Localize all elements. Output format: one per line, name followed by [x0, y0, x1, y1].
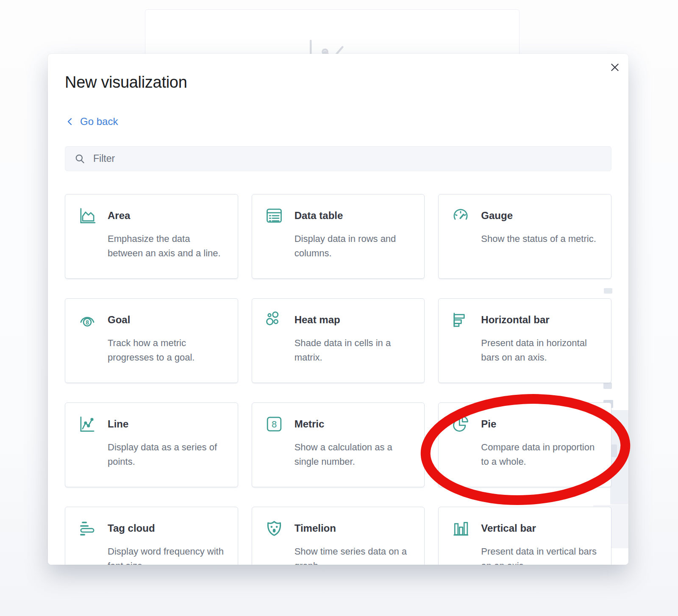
- goal-icon: [78, 311, 97, 329]
- viz-card-description: Shade data in cells in a matrix.: [295, 336, 414, 365]
- viz-card-description: Present data in vertical bars on an axis…: [481, 544, 601, 565]
- viz-card-description: Display data in rows and columns.: [295, 232, 414, 261]
- viz-card-description: Present data in horizontal bars on an ax…: [481, 336, 601, 365]
- filter-input[interactable]: [92, 153, 602, 165]
- tag-cloud-icon: [78, 519, 97, 538]
- metric-icon: [265, 415, 283, 433]
- viz-card-line[interactable]: Line Display data as a series of points.: [65, 402, 238, 487]
- viz-card-title: Pie: [481, 418, 496, 430]
- viz-card-description: Show a calculation as a single number.: [295, 440, 414, 469]
- viz-card-area[interactable]: Area Emphasize the data between an axis …: [65, 194, 238, 279]
- viz-card-goal[interactable]: Goal Track how a metric progresses to a …: [65, 298, 238, 383]
- viz-card-title: Timelion: [295, 522, 336, 534]
- go-back-link[interactable]: Go back: [65, 116, 118, 128]
- viz-card-metric[interactable]: Metric Show a calculation as a single nu…: [252, 402, 425, 487]
- viz-card-title: Tag cloud: [108, 522, 155, 534]
- chevron-left-icon: [65, 117, 75, 127]
- viz-card-tag-cloud[interactable]: Tag cloud Display word frequency with fo…: [65, 507, 238, 565]
- viz-card-title: Horizontal bar: [481, 314, 549, 326]
- viz-card-pie[interactable]: Pie Compare data in proportion to a whol…: [438, 402, 611, 487]
- go-back-label: Go back: [80, 116, 118, 128]
- viz-card-title: Heat map: [295, 314, 340, 326]
- viz-card-description: Display data as a series of points.: [108, 440, 228, 469]
- data-table-icon: [265, 206, 283, 225]
- viz-card-title: Metric: [295, 418, 325, 430]
- viz-card-description: Show the status of a metric.: [481, 232, 601, 246]
- viz-card-title: Data table: [295, 210, 343, 222]
- pie-chart-icon: [451, 415, 470, 433]
- viz-card-heat-map[interactable]: Heat map Shade data in cells in a matrix…: [252, 298, 425, 383]
- viz-card-gauge[interactable]: Gauge Show the status of a metric.: [438, 194, 611, 279]
- viz-card-description: Show time series data on a graph.: [295, 544, 414, 565]
- horizontal-bar-icon: [451, 311, 470, 329]
- viz-card-description: Display word frequency with font size.: [108, 544, 228, 565]
- line-chart-icon: [78, 415, 97, 433]
- visualization-type-grid: Area Emphasize the data between an axis …: [65, 194, 611, 565]
- area-chart-icon: [78, 206, 97, 225]
- viz-card-description: Compare data in proportion to a whole.: [481, 440, 601, 469]
- filter-search-box: [65, 146, 611, 171]
- heat-map-icon: [265, 311, 283, 329]
- viz-card-title: Line: [108, 418, 128, 430]
- viz-card-horizontal-bar[interactable]: Horizontal bar Present data in horizonta…: [438, 298, 611, 383]
- viz-card-description: Track how a metric progresses to a goal.: [108, 336, 228, 365]
- viz-card-vertical-bar[interactable]: Vertical bar Present data in vertical ba…: [438, 507, 611, 565]
- viz-card-title: Area: [108, 210, 130, 222]
- gauge-icon: [451, 206, 470, 225]
- viz-card-timelion[interactable]: Timelion Show time series data on a grap…: [252, 507, 425, 565]
- new-visualization-modal: New visualization Go back Area Emphasize…: [48, 54, 628, 565]
- timelion-icon: [265, 519, 283, 538]
- viz-card-title: Gauge: [481, 210, 513, 222]
- search-icon: [75, 153, 86, 164]
- vertical-bar-icon: [451, 519, 470, 538]
- modal-title: New visualization: [65, 72, 611, 92]
- viz-card-description: Emphasize the data between an axis and a…: [108, 232, 228, 261]
- viz-card-title: Goal: [108, 314, 130, 326]
- viz-card-title: Vertical bar: [481, 522, 536, 534]
- viz-card-data-table[interactable]: Data table Display data in rows and colu…: [252, 194, 425, 279]
